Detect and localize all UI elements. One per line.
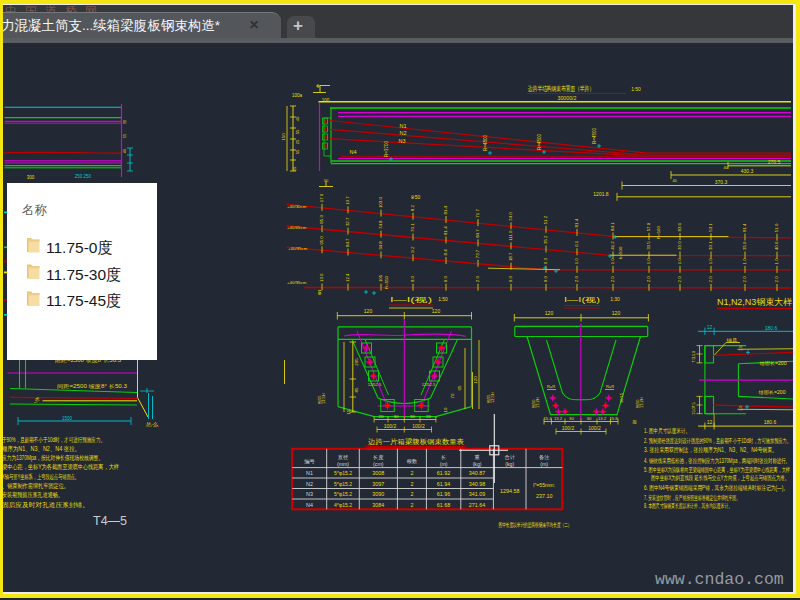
svg-text:梁中心距，坐标Y为各截面至梁底中心线距离，大样: 梁中心距，坐标Y为各截面至梁底中心线距离，大样 (2, 463, 119, 471)
svg-text:430.3: 430.3 (741, 168, 754, 174)
svg-text:40: 40 (122, 148, 127, 153)
svg-text:+40/65cm: +40/65cm (287, 225, 307, 230)
svg-text:35.2: 35.2 (544, 235, 549, 244)
svg-text:84.7: 84.7 (476, 229, 481, 238)
svg-text:30: 30 (569, 416, 574, 421)
svg-text:8. 本图尺寸除钢束长度以米计外，其余均以厘米计。: 8. 本图尺寸除钢束长度以米计外，其余均以厘米计。 (644, 502, 732, 510)
svg-text:9.0: 9.0 (444, 275, 449, 282)
svg-text:15.0: 15.0 (692, 351, 696, 358)
svg-text:100/2: 100/2 (412, 423, 425, 429)
svg-text:61.96: 61.96 (437, 491, 451, 497)
svg-text:根数: 根数 (407, 458, 418, 464)
svg-text:长度: 长度 (373, 454, 384, 461)
svg-text:100/2: 100/2 (588, 425, 601, 431)
svg-text:2.0: 2.0 (709, 276, 714, 283)
svg-text:2: 2 (410, 491, 413, 497)
svg-text:15.8: 15.8 (609, 416, 618, 421)
svg-text:111.0: 111.0 (509, 230, 514, 241)
svg-text:15: 15 (292, 166, 297, 171)
svg-text:34.8: 34.8 (379, 241, 384, 250)
svg-text:9.0: 9.0 (509, 276, 514, 283)
svg-text:120: 120 (612, 310, 621, 316)
svg-text:13.2: 13.2 (598, 416, 607, 421)
svg-text:直径: 直径 (338, 454, 349, 460)
svg-text:51.2: 51.2 (544, 215, 549, 224)
svg-text:7.5: 7.5 (692, 402, 696, 407)
svg-text:≋: ≋ (632, 419, 637, 425)
svg-text:1.0: 1.0 (775, 258, 780, 265)
svg-text:300: 300 (27, 175, 35, 180)
svg-text:30/15: 30/15 (619, 392, 624, 403)
svg-text:70.1: 70.1 (411, 223, 416, 232)
svg-text:1. 图中尺寸以厘米计。: 1. 图中尺寸以厘米计。 (644, 427, 690, 435)
svg-text:237.10: 237.10 (536, 493, 553, 499)
svg-text:N4: N4 (349, 149, 356, 155)
svg-text:0.3: 0.3 (544, 257, 549, 264)
svg-text:N2: N2 (306, 481, 313, 487)
svg-text:53.1: 53.1 (709, 223, 714, 232)
svg-text:100/2: 100/2 (384, 423, 397, 429)
svg-text:于90%，且龄期不小于10d时，才可进行预施应力。: 于90%，且龄期不小于10d时，才可进行预施应力。 (2, 436, 105, 444)
svg-text:R=R: R=R (547, 384, 555, 389)
svg-text:12/52.5: 12/52.5 (422, 382, 436, 387)
svg-text:I—I(视): I—I(视) (390, 296, 432, 304)
svg-text:120: 120 (432, 308, 441, 314)
svg-text:10: 10 (443, 407, 448, 412)
svg-text:8.0: 8.0 (411, 275, 416, 282)
svg-text:+40/95cm: +40/95cm (287, 280, 307, 285)
svg-text:180.6: 180.6 (764, 419, 777, 425)
svg-text:50: 50 (324, 178, 329, 183)
svg-text:25: 25 (295, 139, 300, 144)
svg-text:3090: 3090 (372, 491, 384, 497)
svg-text:81.4: 81.4 (575, 218, 580, 227)
svg-text:重: 重 (475, 454, 480, 460)
svg-text:341.09: 341.09 (469, 491, 486, 497)
svg-text:(kg): (kg) (473, 461, 482, 467)
svg-text:120: 120 (545, 310, 554, 316)
svg-text:100a: 100a (292, 93, 303, 98)
svg-text:20: 20 (379, 414, 384, 419)
svg-text:13.0: 13.0 (320, 273, 325, 282)
svg-text:P=500: P=500 (656, 226, 661, 239)
svg-text:12.5H: 12.5H (321, 393, 326, 404)
svg-text:1500: 1500 (62, 416, 73, 421)
svg-text:图中长度以米计的是两根钢束平均长度（二）: 图中长度以米计的是两根钢束平均长度（二） (499, 521, 572, 529)
svg-text:备注: 备注 (539, 454, 549, 461)
svg-text:2.0: 2.0 (476, 276, 481, 283)
svg-text:3097: 3097 (372, 481, 384, 487)
svg-text:30: 30 (410, 414, 415, 419)
svg-text:30.0: 30.0 (678, 241, 683, 250)
svg-text:13.7: 13.7 (346, 196, 351, 205)
svg-text:1.0: 1.0 (611, 258, 616, 265)
svg-text:、钢束制作需绑扎牢固定位。: 、钢束制作需绑扎牢固定位。 (2, 482, 69, 490)
svg-text:7. 安装波纹管时，应严格按照坐标准确定位并绑扎牢固。: 7. 安装波纹管时，应严格按照坐标准确定位并绑扎牢固。 (644, 494, 740, 502)
svg-text:8.2: 8.2 (411, 205, 416, 212)
svg-text:N3: N3 (306, 491, 313, 497)
svg-text:9.2: 9.2 (411, 246, 416, 253)
svg-text:84.1: 84.1 (611, 222, 616, 231)
svg-text:85.0: 85.0 (320, 215, 325, 224)
svg-text:65: 65 (457, 385, 462, 390)
svg-text:30: 30 (587, 416, 592, 421)
svg-text:2.0: 2.0 (611, 276, 616, 283)
svg-text:N1: N1 (306, 470, 313, 476)
svg-text:2. 预制梁砼强度达到设计强度的90%，且龄期不小于1Dd时: 2. 预制梁砼强度达到设计强度的90%，且龄期不小于1Dd时，方可施加预应力。 (644, 437, 791, 445)
svg-text:2.0: 2.0 (647, 276, 652, 283)
svg-text:安装期预留压浆孔道通畅。: 安装期预留压浆孔道通畅。 (2, 491, 63, 499)
svg-text:1.9: 1.9 (738, 405, 743, 411)
svg-text:33.5: 33.5 (647, 241, 652, 250)
svg-text:固后应及时对孔道压浆封锚。: 固后应及时对孔道压浆封锚。 (2, 501, 89, 509)
svg-text:95.0: 95.0 (320, 236, 325, 245)
svg-text:1.0: 1.0 (575, 258, 580, 265)
svg-text:合计: 合计 (505, 454, 516, 461)
svg-text:5^φ15.2: 5^φ15.2 (334, 491, 352, 497)
svg-text:12: 12 (707, 324, 713, 330)
svg-text:57.9: 57.9 (647, 222, 652, 231)
svg-text:100: 100 (322, 98, 330, 103)
svg-text:5^φ15.2: 5^φ15.2 (334, 481, 352, 487)
svg-text:205: 205 (354, 358, 359, 366)
svg-text:74.8: 74.8 (379, 220, 384, 229)
svg-text:(m): (m) (540, 461, 548, 467)
svg-text:1.0: 1.0 (743, 258, 748, 265)
svg-text:270.5: 270.5 (768, 159, 781, 165)
